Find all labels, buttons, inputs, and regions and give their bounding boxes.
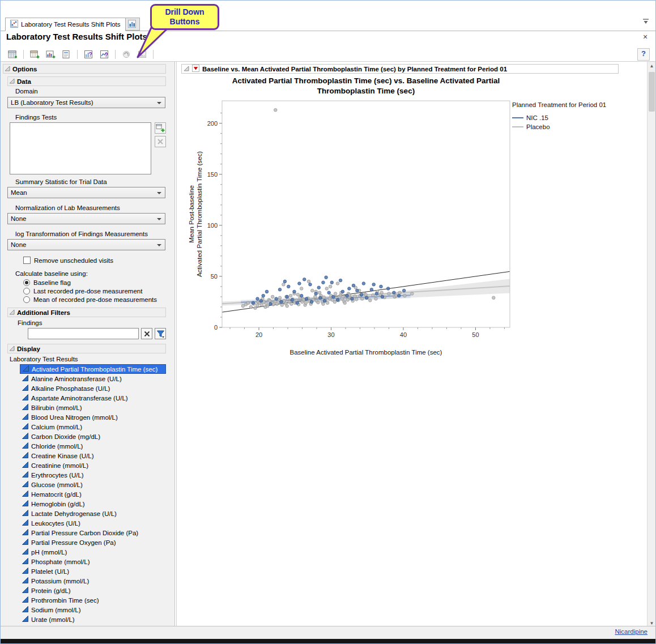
remove-tests-button[interactable] xyxy=(155,136,166,147)
red-triangle-menu[interactable] xyxy=(192,65,199,73)
svg-text:Activated Partial Thromboplast: Activated Partial Thromboplastin Time (s… xyxy=(196,151,203,277)
lab-test-item[interactable]: Blood Urea Nitrogen (mmol/L) xyxy=(20,412,166,422)
lab-test-item[interactable]: Phosphate (mmol/L) xyxy=(20,557,166,566)
disclosure-open-icon[interactable] xyxy=(184,66,189,72)
data-section-header[interactable]: Data xyxy=(7,76,166,86)
svg-text:50: 50 xyxy=(211,273,218,280)
continuous-variable-icon xyxy=(22,587,28,594)
lab-test-item[interactable]: Urate (mmol/L) xyxy=(20,615,166,624)
lab-test-item[interactable]: Calcium (mmol/L) xyxy=(20,422,166,432)
lab-test-label: Hemoglobin (g/dL) xyxy=(31,501,85,507)
tab-shift-plots[interactable]: Laboratory Test Results Shift Plots xyxy=(5,18,126,31)
lab-test-item[interactable]: Hemoglobin (g/dL) xyxy=(20,499,166,509)
domain-select[interactable]: LB (Laboratory Test Results) xyxy=(7,97,165,108)
options-section-header[interactable]: Options xyxy=(3,64,166,74)
lab-test-item[interactable]: Activated Partial Thromboplastin Time (s… xyxy=(20,364,166,374)
lab-test-item[interactable]: Chloride (mmol/L) xyxy=(20,441,166,451)
scroll-up-icon[interactable]: ▲ xyxy=(648,62,656,70)
findings-filter-input[interactable] xyxy=(28,328,139,339)
lab-test-item[interactable]: Partial Pressure Oxygen (Pa) xyxy=(20,538,166,547)
shift-plot: Activated Partial Thromboplastin Time (s… xyxy=(177,74,647,383)
lab-test-item[interactable]: Glucose (mmol/L) xyxy=(20,480,166,489)
lab-test-item[interactable]: Partial Pressure Carbon Dioxide (Pa) xyxy=(20,528,166,538)
lab-test-item[interactable]: Lactate Dehydrogenase (U/L) xyxy=(20,509,166,518)
combo-value: Mean xyxy=(11,189,27,196)
journal-icon[interactable] xyxy=(60,48,73,61)
checkbox-icon xyxy=(23,257,31,264)
lab-test-item[interactable]: Bilirubin (mmol/L) xyxy=(20,403,166,412)
svg-text:Activated Partial Thromboplast: Activated Partial Thromboplastin Time (s… xyxy=(232,76,500,85)
remove-unscheduled-checkbox[interactable]: Remove unscheduled visits xyxy=(23,257,113,264)
new-data-table-icon[interactable] xyxy=(28,48,41,61)
lab-test-item[interactable]: Leukocytes (U/L) xyxy=(20,518,166,528)
svg-text:?: ? xyxy=(88,52,92,58)
disclosure-open-icon xyxy=(5,66,10,72)
continuous-variable-icon xyxy=(22,491,28,498)
continuous-variable-icon xyxy=(23,365,29,373)
lab-test-label: Protein (g/dL) xyxy=(31,587,71,594)
lab-test-item[interactable]: Alanine Aminotransferase (U/L) xyxy=(20,374,166,383)
lab-test-item[interactable]: Prothrombin Time (sec) xyxy=(20,595,166,605)
vertical-scrollbar[interactable]: ▲ ▼ xyxy=(647,62,655,628)
continuous-variable-icon xyxy=(22,423,28,430)
findings-tests-listbox[interactable] xyxy=(10,122,151,174)
refresh-icon[interactable] xyxy=(120,48,133,61)
scroll-thumb[interactable] xyxy=(649,72,655,112)
lab-test-item[interactable]: Protein (g/dL) xyxy=(20,586,166,595)
continuous-variable-icon xyxy=(22,519,28,527)
drill-down-distribution-icon[interactable]: ? xyxy=(82,48,95,61)
lab-test-item[interactable]: Carbon Dioxide (mg/dL) xyxy=(20,432,166,441)
lab-test-item[interactable]: Hematocrit (g/dL) xyxy=(20,489,166,499)
filter-funnel-button[interactable] xyxy=(155,328,166,339)
lab-test-label: Prothrombin Time (sec) xyxy=(31,597,99,604)
additional-filters-header[interactable]: Additional Filters xyxy=(7,308,166,317)
log-transform-select[interactable]: None xyxy=(7,239,165,250)
page-title: Laboratory Test Results Shift Plots xyxy=(6,32,147,41)
lab-test-list: Activated Partial Thromboplastin Time (s… xyxy=(20,364,166,624)
continuous-variable-icon xyxy=(22,548,28,556)
lab-test-label: Glucose (mmol/L) xyxy=(31,481,83,488)
section-title: Data xyxy=(17,78,31,85)
lab-test-item[interactable]: Sodium (mmol/L) xyxy=(20,605,166,615)
lab-test-item[interactable]: Creatinine (mmol/L) xyxy=(20,460,166,470)
data-table-icon[interactable] xyxy=(6,48,19,61)
svg-text:Placebo: Placebo xyxy=(526,123,550,130)
summary-statistic-select[interactable]: Mean xyxy=(7,187,165,198)
baseline-radio-option[interactable]: Baseline flag xyxy=(23,279,157,286)
close-button[interactable]: × xyxy=(640,31,651,42)
lab-test-item[interactable]: Creatine Kinase (U/L) xyxy=(20,451,166,460)
summary-statistic-label: Summary Statistic for Trial Data xyxy=(15,178,107,185)
normalization-select[interactable]: None xyxy=(7,213,165,224)
collapse-tabs-icon[interactable] xyxy=(642,18,651,27)
help-button[interactable]: ? xyxy=(637,48,650,61)
add-tests-button[interactable] xyxy=(155,122,166,134)
lab-test-item[interactable]: Erythrocytes (U/L) xyxy=(20,470,166,480)
continuous-variable-icon xyxy=(22,413,28,421)
lab-test-label: Lactate Dehydrogenase (U/L) xyxy=(31,510,117,517)
clear-filter-button[interactable] xyxy=(141,328,152,339)
continuous-variable-icon xyxy=(22,577,28,585)
lab-test-item[interactable]: Aspartate Aminotransferase (U/L) xyxy=(20,393,166,403)
continuous-variable-icon xyxy=(22,529,28,536)
report-table-icon[interactable] xyxy=(44,48,57,61)
display-section-header[interactable]: Display xyxy=(7,344,166,353)
lab-test-item[interactable]: pH (mmol/L) xyxy=(20,547,166,557)
continuous-variable-icon xyxy=(22,452,28,459)
lab-test-label: Blood Urea Nitrogen (mmol/L) xyxy=(31,414,118,421)
baseline-radio-option[interactable]: Mean of recorded pre-dose measurements xyxy=(23,296,157,303)
lab-test-item[interactable]: Alkaline Phosphatase (U/L) xyxy=(20,383,166,393)
outline-title: Baseline vs. Mean Activated Partial Thro… xyxy=(202,66,507,72)
lab-test-item[interactable]: Platelet (U/L) xyxy=(20,566,166,576)
continuous-variable-icon xyxy=(22,404,28,411)
lab-test-label: Aspartate Aminotransferase (U/L) xyxy=(31,395,128,402)
continuous-variable-icon xyxy=(22,500,28,507)
lab-test-item[interactable]: Potassium (mmol/L) xyxy=(20,576,166,586)
study-link[interactable]: Nicardipine xyxy=(615,628,648,635)
baseline-radio-option[interactable]: Last recorded pre-dose measurement xyxy=(23,288,157,295)
drill-down-profile-icon[interactable]: ? xyxy=(98,48,110,61)
lab-test-label: Activated Partial Thromboplastin Time (s… xyxy=(32,366,157,373)
domain-label: Domain xyxy=(15,88,38,95)
combo-value: None xyxy=(11,241,27,248)
bar-chart-icon xyxy=(128,20,136,29)
lab-test-label: Partial Pressure Oxygen (Pa) xyxy=(31,539,116,546)
